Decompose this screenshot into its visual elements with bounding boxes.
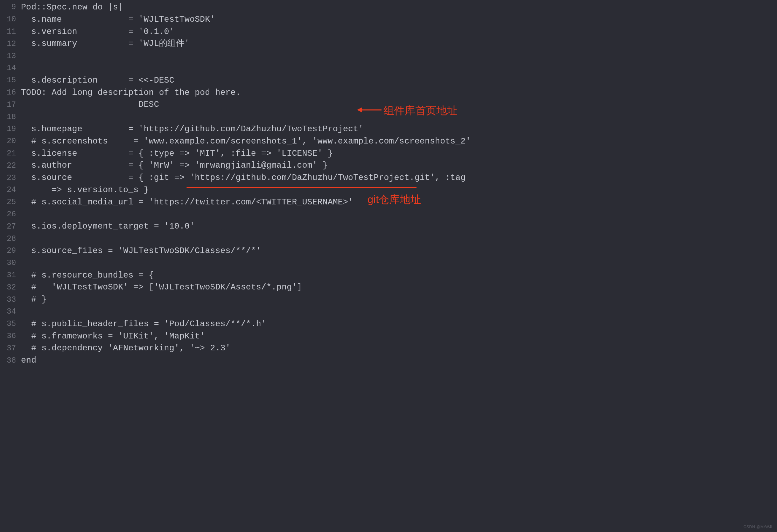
annotation-homepage-label: 组件库首页地址 <box>384 103 457 118</box>
line-number: 15 <box>0 75 21 86</box>
code-line[interactable]: 29 s.source_files = 'WJLTestTwoSDK/Class… <box>0 245 777 257</box>
code-line[interactable]: 21 s.license = { :type => 'MIT', :file =… <box>0 148 777 160</box>
line-number: 16 <box>0 87 21 98</box>
code-text: DESC <box>21 99 159 111</box>
line-number: 13 <box>0 51 21 62</box>
line-number: 10 <box>0 14 21 25</box>
code-text: Pod::Spec.new do |s| <box>21 1 123 14</box>
code-text: s.license = { :type => 'MIT', :file => '… <box>21 148 333 160</box>
code-text: s.source = { :git => 'https://github.com… <box>21 172 465 184</box>
line-number: 21 <box>0 148 21 159</box>
code-text: # s.frameworks = 'UIKit', 'MapKit' <box>21 330 205 343</box>
line-number: 37 <box>0 343 21 354</box>
code-text: s.source_files = 'WJLTestTwoSDK/Classes/… <box>21 245 261 257</box>
code-text: # } <box>21 294 47 306</box>
code-line[interactable]: 36 # s.frameworks = 'UIKit', 'MapKit' <box>0 330 777 343</box>
code-line[interactable]: 11 s.version = '0.1.0' <box>0 26 777 38</box>
line-number: 26 <box>0 209 21 220</box>
code-text: # 'WJLTestTwoSDK' => ['WJLTestTwoSDK/Ass… <box>21 281 302 294</box>
code-line[interactable]: 34 <box>0 306 777 318</box>
annotation-arrow-homepage <box>357 106 382 114</box>
code-line[interactable]: 26 <box>0 209 777 221</box>
code-text: s.summary = 'WJL的组件' <box>21 38 189 50</box>
code-line[interactable]: 14 <box>0 62 777 75</box>
code-text: s.homepage = 'https://github.com/DaZhuzh… <box>21 123 363 135</box>
annotation-git-label: git仓库地址 <box>368 192 421 207</box>
code-text: s.name = 'WJLTestTwoSDK' <box>21 14 215 26</box>
code-text: s.author = { 'MrW' => 'mrwangjianli@gmai… <box>21 160 328 172</box>
code-line[interactable]: 35 # s.public_header_files = 'Pod/Classe… <box>0 318 777 330</box>
line-number: 12 <box>0 38 21 50</box>
code-line[interactable]: 27 s.ios.deployment_target = '10.0' <box>0 220 777 233</box>
line-number: 29 <box>0 245 21 257</box>
line-number: 9 <box>0 2 21 13</box>
code-line[interactable]: 28 <box>0 233 777 245</box>
code-line[interactable]: 37 # s.dependency 'AFNetworking', '~> 2.… <box>0 342 777 355</box>
line-number: 24 <box>0 184 21 196</box>
annotation-underline-git-url <box>187 187 416 188</box>
line-number: 32 <box>0 282 21 293</box>
code-line[interactable]: 13 <box>0 50 777 62</box>
code-text: TODO: Add long description of the pod he… <box>21 87 241 99</box>
code-text: # s.screenshots = 'www.example.com/scree… <box>21 135 471 148</box>
code-line[interactable]: 16TODO: Add long description of the pod … <box>0 87 777 99</box>
svg-marker-1 <box>357 107 362 112</box>
code-line[interactable]: 23 s.source = { :git => 'https://github.… <box>0 172 777 184</box>
line-number: 17 <box>0 99 21 111</box>
line-number: 27 <box>0 221 21 232</box>
code-text: # s.resource_bundles = { <box>21 270 154 282</box>
code-line[interactable]: 19 s.homepage = 'https://github.com/DaZh… <box>0 123 777 135</box>
line-number: 23 <box>0 173 21 184</box>
line-number: 31 <box>0 270 21 281</box>
code-line[interactable]: 20 # s.screenshots = 'www.example.com/sc… <box>0 135 777 148</box>
code-line[interactable]: 15 s.description = <<-DESC <box>0 75 777 87</box>
line-number: 19 <box>0 124 21 135</box>
code-line[interactable]: 12 s.summary = 'WJL的组件' <box>0 38 777 50</box>
code-text: s.ios.deployment_target = '10.0' <box>21 220 195 233</box>
line-number: 22 <box>0 160 21 172</box>
code-line[interactable]: 33 # } <box>0 294 777 306</box>
line-number: 38 <box>0 355 21 366</box>
line-number: 25 <box>0 197 21 208</box>
line-number: 20 <box>0 136 21 147</box>
line-number: 36 <box>0 331 21 342</box>
watermark: CSDN @MrWJL <box>743 524 774 530</box>
code-text: # s.social_media_url = 'https://twitter.… <box>21 196 353 209</box>
code-text: # s.dependency 'AFNetworking', '~> 2.3' <box>21 342 231 355</box>
code-text: s.description = <<-DESC <box>21 75 174 87</box>
code-line[interactable]: 30 <box>0 257 777 270</box>
code-line[interactable]: 31 # s.resource_bundles = { <box>0 270 777 282</box>
code-text: s.version = '0.1.0' <box>21 26 174 38</box>
line-number: 35 <box>0 318 21 330</box>
code-text: # s.public_header_files = 'Pod/Classes/*… <box>21 318 266 330</box>
code-text: => s.version.to_s } <box>21 184 149 196</box>
code-line[interactable]: 38end <box>0 355 777 367</box>
line-number: 33 <box>0 294 21 306</box>
code-line[interactable]: 32 # 'WJLTestTwoSDK' => ['WJLTestTwoSDK/… <box>0 281 777 294</box>
code-line[interactable]: 9Pod::Spec.new do |s| <box>0 1 777 14</box>
line-number: 34 <box>0 306 21 317</box>
code-editor[interactable]: 9Pod::Spec.new do |s|10 s.name = 'WJLTes… <box>0 0 777 367</box>
line-number: 11 <box>0 26 21 37</box>
line-number: 18 <box>0 112 21 123</box>
code-line[interactable]: 10 s.name = 'WJLTestTwoSDK' <box>0 14 777 26</box>
line-number: 14 <box>0 63 21 74</box>
code-line[interactable]: 22 s.author = { 'MrW' => 'mrwangjianli@g… <box>0 160 777 172</box>
code-text: end <box>21 355 36 367</box>
line-number: 30 <box>0 258 21 269</box>
line-number: 28 <box>0 233 21 245</box>
